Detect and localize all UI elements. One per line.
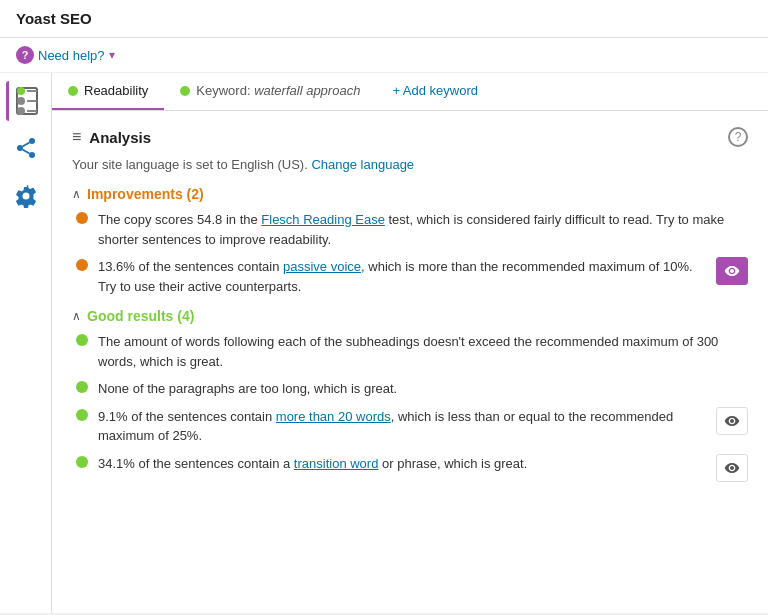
app-title: Yoast SEO [16,10,92,27]
flesch-dot [76,212,88,224]
sidebar-item-settings[interactable] [6,177,46,217]
svg-line-4 [22,142,29,146]
list-item: None of the paragraphs are too long, whi… [72,379,748,399]
improvements-chevron-icon: ∧ [72,187,81,201]
improvements-header[interactable]: ∧ Improvements (2) [72,186,748,202]
analysis-panel: ≡ Analysis ? Your site language is set t… [52,111,768,613]
list-item: The copy scores 54.8 in the Flesch Readi… [72,210,748,249]
transition-word-eye-button[interactable] [716,454,748,482]
svg-line-3 [22,149,29,153]
improvements-title: Improvements (2) [87,186,204,202]
long-sentences-text: 9.1% of the sentences contain more than … [98,407,706,446]
eye-icon [724,413,740,429]
long-sentences-eye-button[interactable] [716,407,748,435]
toggle-circle-gray-2 [17,107,25,115]
good-results-chevron-icon: ∧ [72,309,81,323]
subheadings-text: The amount of words following each of th… [98,332,748,371]
good-results-section: ∧ Good results (4) The amount of words f… [72,308,748,482]
tab-add-keyword-label: + Add keyword [392,83,478,98]
tab-dot-readability [68,86,78,96]
need-help-link[interactable]: Need help? [38,48,105,63]
subheadings-dot [76,334,88,346]
analysis-header: ≡ Analysis ? [72,127,748,147]
list-icon: ≡ [72,128,81,146]
analysis-help-button[interactable]: ? [728,127,748,147]
flesch-link[interactable]: Flesch Reading Ease [261,212,385,227]
passive-voice-dot [76,259,88,271]
gear-icon [14,184,38,211]
analysis-title: Analysis [89,129,151,146]
good-results-header[interactable]: ∧ Good results (4) [72,308,748,324]
svg-point-0 [29,138,35,144]
list-item: 34.1% of the sentences contain a transit… [72,454,748,482]
flesch-text: The copy scores 54.8 in the Flesch Readi… [98,210,748,249]
transition-word-text: 34.1% of the sentences contain a transit… [98,454,706,474]
tabs-bar: Readability Keyword: waterfall approach … [52,73,768,111]
language-notice-text: Your site language is set to English (US… [72,157,308,172]
list-item: 9.1% of the sentences contain more than … [72,407,748,446]
content-area: Readability Keyword: waterfall approach … [52,73,768,613]
toggle-circle-green [17,87,25,95]
list-item: The amount of words following each of th… [72,332,748,371]
toggle-line-2 [27,100,37,102]
toggle-line [27,90,37,92]
tab-dot-keyword [180,86,190,96]
tab-add-keyword[interactable]: + Add keyword [376,73,494,110]
passive-voice-link[interactable]: passive voice [283,259,361,274]
svg-point-1 [17,145,23,151]
paragraphs-dot [76,381,88,393]
passive-voice-text: 13.6% of the sentences contain passive v… [98,257,706,296]
tab-keyword-label: Keyword: waterfall approach [196,83,360,98]
svg-point-2 [29,152,35,158]
share-icon [14,136,38,163]
tab-readability[interactable]: Readability [52,73,164,110]
sidebar-item-social[interactable] [6,129,46,169]
toggle-circle-gray [17,97,25,105]
analysis-title-group: ≡ Analysis [72,128,151,146]
chevron-down-icon[interactable]: ▾ [109,48,115,62]
toggle-line-3 [27,110,37,112]
page-wrapper: Yoast SEO ? Need help? ▾ [0,0,768,615]
eye-icon [724,263,740,279]
help-bar: ? Need help? ▾ [0,38,768,73]
tab-readability-label: Readability [84,83,148,98]
toggle-icon [16,87,38,115]
passive-voice-eye-button[interactable] [716,257,748,285]
improvements-section: ∧ Improvements (2) The copy scores 54.8 … [72,186,748,296]
long-sentences-link[interactable]: more than 20 words [276,409,391,424]
paragraphs-text: None of the paragraphs are too long, whi… [98,379,748,399]
eye-icon [724,460,740,476]
tab-keyword[interactable]: Keyword: waterfall approach [164,73,376,110]
main-layout: Readability Keyword: waterfall approach … [0,73,768,613]
transition-word-link[interactable]: transition word [294,456,379,471]
sidebar-item-seo-score[interactable] [6,81,46,121]
good-results-title: Good results (4) [87,308,194,324]
top-header: Yoast SEO [0,0,768,38]
transition-word-dot [76,456,88,468]
long-sentences-dot [76,409,88,421]
language-notice: Your site language is set to English (US… [72,157,748,172]
list-item: 13.6% of the sentences contain passive v… [72,257,748,296]
sidebar [0,73,52,613]
help-icon[interactable]: ? [16,46,34,64]
change-language-link[interactable]: Change language [311,157,414,172]
